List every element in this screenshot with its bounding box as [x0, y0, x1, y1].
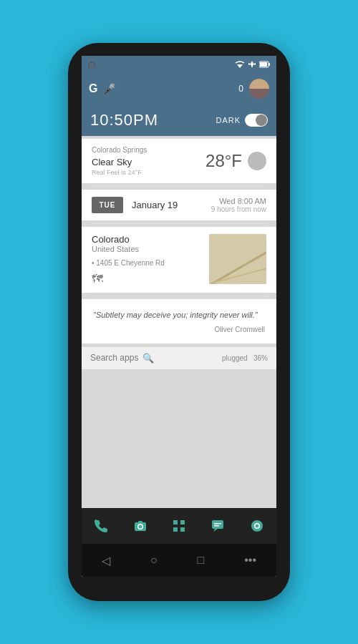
calendar-info: January 19 [132, 200, 203, 210]
airplane-icon [248, 60, 256, 69]
avatar[interactable] [249, 79, 269, 99]
search-left[interactable]: Search apps 🔍 [90, 353, 154, 364]
battery-icon [259, 61, 271, 68]
search-icon: 🔍 [142, 353, 154, 364]
quote-text: "Subtlety may deceive you; integrity nev… [93, 309, 265, 321]
calendar-day-name: TUE [99, 201, 116, 209]
weather-temp-area: 28°F [205, 151, 266, 171]
search-apps-label[interactable]: Search apps [90, 353, 138, 363]
toggle-switch[interactable] [245, 114, 268, 127]
back-button[interactable]: ◁ [102, 554, 110, 567]
camera-icon[interactable] [133, 519, 147, 533]
status-bar: 🎧 [82, 56, 276, 73]
divider-3 [92, 296, 266, 296]
svg-point-19 [255, 525, 258, 528]
weather-feels-like: Real Feel Is 24°F [92, 169, 147, 176]
weather-location: Colorado Springs [92, 146, 147, 154]
phone-screen: 🎧 G 🎤 [82, 56, 276, 577]
cards-area: Colorado Springs Clear Sky Real Feel Is … [82, 136, 276, 508]
nav-bar [82, 508, 276, 544]
svg-rect-13 [212, 520, 223, 529]
chat-icon[interactable] [211, 519, 225, 533]
svg-rect-8 [138, 521, 142, 523]
google-bar-right: 0 [238, 79, 269, 99]
search-bar[interactable]: Search apps 🔍 plugged 36% [82, 346, 276, 369]
map-card[interactable]: Colorado United States • 1405 E Cheyenne… [82, 227, 276, 293]
weather-info: Colorado Springs Clear Sky Real Feel Is … [92, 146, 147, 176]
notification-count: 0 [238, 84, 243, 94]
svg-marker-0 [237, 64, 243, 68]
weather-temperature: 28°F [205, 151, 242, 171]
home-button[interactable]: ○ [150, 554, 158, 567]
svg-marker-1 [248, 61, 256, 68]
svg-point-7 [138, 525, 142, 529]
calendar-date: January 19 [132, 200, 203, 210]
toggle-knob [256, 114, 267, 126]
phone-icon[interactable] [94, 519, 108, 533]
google-bar[interactable]: G 🎤 0 [82, 73, 276, 104]
calendar-time: Wed 8:00 AM [211, 197, 266, 205]
svg-rect-16 [214, 525, 219, 527]
quote-author: Oliver Cromwell [93, 326, 265, 333]
time-bar: 10:50PM DARK [82, 104, 276, 136]
google-search-area[interactable]: G 🎤 [89, 82, 233, 95]
dark-mode-label: DARK [216, 116, 241, 125]
svg-marker-14 [213, 529, 218, 532]
more-button[interactable]: ••• [244, 554, 256, 567]
microphone-icon[interactable]: 🎤 [103, 83, 115, 94]
battery-plugged-label: plugged [222, 354, 248, 362]
chrome-icon[interactable] [250, 519, 264, 533]
svg-rect-15 [214, 523, 221, 525]
battery-percent: 36% [253, 354, 268, 362]
weather-card[interactable]: Colorado Springs Clear Sky Real Feel Is … [82, 139, 276, 183]
quote-card: "Subtlety may deceive you; integrity nev… [82, 299, 276, 343]
weather-icon-circle [248, 152, 266, 170]
battery-status: plugged 36% [222, 354, 268, 362]
grid-icon[interactable] [172, 519, 186, 533]
svg-rect-4 [268, 63, 270, 66]
headphones-icon: 🎧 [87, 61, 96, 69]
avatar-image [249, 79, 269, 99]
status-bar-right [235, 60, 271, 69]
map-info: Colorado United States • 1405 E Cheyenne… [92, 234, 165, 286]
wifi-icon [235, 61, 245, 68]
weather-condition: Clear Sky [92, 157, 147, 167]
calendar-time-info: Wed 8:00 AM 9 hours from now [211, 197, 266, 213]
map-address: • 1405 E Cheyenne Rd [92, 259, 165, 267]
calendar-card[interactable]: TUE January 19 Wed 8:00 AM 9 hours from … [82, 190, 276, 220]
divider-2 [92, 223, 266, 224]
status-bar-left: 🎧 [87, 61, 96, 69]
map-state: United States [92, 245, 165, 253]
recent-button[interactable]: □ [198, 554, 205, 567]
map-marker-icon: 🗺 [92, 273, 103, 285]
svg-rect-10 [180, 520, 185, 525]
svg-rect-9 [173, 520, 178, 525]
phone-device: 🎧 G 🎤 [68, 43, 290, 601]
divider-1 [92, 186, 266, 187]
svg-rect-3 [260, 62, 267, 67]
map-thumbnail [209, 234, 266, 284]
action-bar: ◁ ○ □ ••• [82, 544, 276, 577]
dark-mode-toggle[interactable]: DARK [216, 114, 268, 127]
calendar-relative-time: 9 hours from now [211, 205, 266, 213]
svg-rect-12 [180, 527, 185, 532]
google-logo: G [89, 82, 97, 95]
map-country: Colorado [92, 234, 165, 245]
current-time: 10:50PM [90, 111, 158, 130]
calendar-day-box: TUE [92, 197, 123, 213]
svg-rect-11 [173, 527, 178, 532]
